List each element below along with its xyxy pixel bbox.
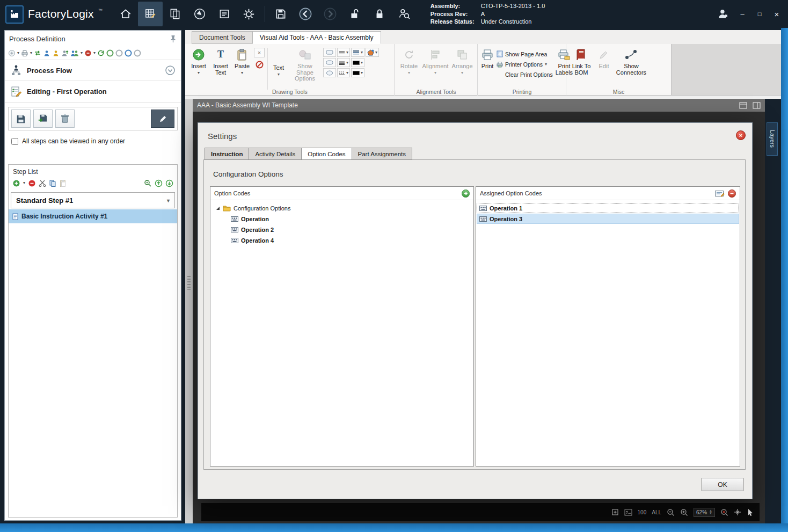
documents-button[interactable] — [163, 2, 187, 26]
pin-icon[interactable] — [170, 34, 177, 43]
find-step-icon[interactable] — [144, 179, 152, 187]
dropdown-arrow-icon[interactable]: ▾ — [93, 51, 96, 55]
edit-codes-icon[interactable] — [715, 189, 725, 198]
process-editor-button[interactable] — [138, 2, 163, 26]
save-button[interactable] — [268, 2, 293, 26]
assigned-code-item[interactable]: Operation 1 — [477, 203, 739, 213]
back-button[interactable] — [293, 2, 318, 26]
clear-print-options-button[interactable]: Clear Print Options — [495, 69, 554, 79]
spinner-arrows-icon[interactable]: ▲▼ — [709, 509, 712, 515]
link-to-bom-button[interactable]: Link To BOM — [568, 46, 594, 84]
audit-search-button[interactable] — [392, 2, 417, 26]
show-connectors-button[interactable]: Show Connectors — [614, 46, 649, 84]
cut-icon[interactable] — [39, 179, 46, 187]
polygon-tool-dropdown[interactable]: ▾ — [366, 48, 379, 57]
move-down-icon[interactable] — [165, 179, 173, 187]
image-preview-icon[interactable] — [624, 508, 632, 516]
tab-part-assignments[interactable]: Part Assignments — [352, 148, 412, 160]
line-color-picker[interactable]: ▾ — [351, 58, 364, 67]
printer-options-button[interactable]: Printer Options ▾ — [495, 59, 554, 69]
copy-icon[interactable] — [49, 179, 56, 187]
close-button[interactable] — [770, 8, 784, 20]
rounded-rectangle-shape-button[interactable] — [323, 58, 336, 67]
add-step-icon[interactable] — [12, 179, 20, 187]
lock-button[interactable] — [367, 2, 392, 26]
dropdown-arrow-icon[interactable]: ▾ — [241, 71, 243, 75]
delete-step-button[interactable] — [55, 110, 75, 128]
select-cursor-icon[interactable] — [747, 508, 754, 516]
activity-item-selected[interactable]: Basic Instruction Activity #1 — [9, 209, 177, 223]
zoom-preset-all[interactable]: ALL — [652, 509, 661, 515]
status-circle-gray-icon[interactable] — [115, 49, 123, 57]
transfer-icon[interactable] — [34, 49, 41, 57]
edit-button[interactable]: Edit — [594, 46, 614, 84]
tree-root-row[interactable]: Configuration Options — [210, 203, 473, 214]
dash-style-dropdown[interactable]: ▾ — [337, 68, 350, 77]
fill-color-picker[interactable]: ▾ — [351, 68, 364, 77]
release-user-icon[interactable] — [52, 49, 60, 57]
line-style-dropdown[interactable]: ▾ — [337, 58, 350, 67]
minimize-button[interactable] — [735, 8, 749, 20]
import-save-button[interactable] — [33, 110, 53, 128]
ellipse-shape-button[interactable] — [323, 68, 336, 77]
expand-circle-icon[interactable] — [165, 66, 176, 75]
rotate-button[interactable]: Rotate ▾ — [397, 46, 421, 84]
user-logout-icon[interactable] — [714, 5, 732, 23]
checkout-user-icon[interactable] — [61, 49, 69, 57]
dropdown-arrow-icon[interactable]: ▾ — [198, 71, 200, 75]
zoom-in-icon[interactable] — [680, 508, 688, 516]
paste-icon[interactable] — [59, 179, 67, 187]
navigator-button[interactable] — [187, 2, 212, 26]
dropdown-arrow-icon[interactable]: ▾ — [434, 71, 436, 75]
print-button[interactable]: Print — [480, 46, 495, 84]
edit-mode-button[interactable] — [151, 110, 174, 128]
save-step-button[interactable] — [11, 110, 31, 128]
tab-document-tools[interactable]: Document Tools — [192, 31, 253, 44]
rectangle-shape-button[interactable] — [323, 48, 336, 57]
line-weight-dropdown[interactable]: ▾ — [337, 48, 350, 57]
print-process-icon[interactable] — [21, 49, 28, 57]
dropdown-arrow-icon[interactable]: ▾ — [545, 62, 547, 67]
tab-instruction[interactable]: Instruction — [205, 148, 249, 160]
remove-assigned-code-icon[interactable] — [728, 190, 736, 198]
dropdown-arrow-icon[interactable]: ▾ — [81, 51, 83, 55]
layers-tab[interactable]: Layers — [767, 122, 778, 156]
team-icon[interactable] — [70, 49, 79, 57]
pan-cursor-icon[interactable] — [734, 508, 741, 516]
zoom-reset-icon[interactable] — [720, 508, 728, 516]
tab-activity-details[interactable]: Activity Details — [249, 148, 302, 160]
ok-button[interactable]: OK — [702, 478, 743, 491]
dock-panel-icon[interactable] — [753, 101, 761, 110]
process-flow-section[interactable]: Process Flow — [5, 60, 181, 81]
chevron-down-icon[interactable]: ▾ — [167, 198, 170, 203]
settings-gear-button[interactable] — [237, 2, 261, 26]
dropdown-arrow-icon[interactable]: ▾ — [278, 72, 280, 77]
unlock-button[interactable] — [342, 2, 367, 26]
dialog-close-icon[interactable] — [736, 130, 746, 140]
move-up-icon[interactable] — [155, 179, 163, 187]
dropdown-arrow-icon[interactable]: ▾ — [23, 181, 25, 185]
stack-order-dropdown[interactable]: ▾ — [351, 48, 364, 57]
forward-button[interactable] — [318, 2, 342, 26]
dropdown-arrow-icon[interactable]: ▾ — [17, 51, 19, 55]
tab-option-codes[interactable]: Option Codes — [301, 148, 352, 160]
arrange-button[interactable]: Arrange ▾ — [449, 46, 475, 84]
dropdown-arrow-icon[interactable]: ▾ — [461, 71, 463, 75]
show-page-area-button[interactable]: Show Page Area — [495, 49, 554, 59]
reports-button[interactable] — [212, 2, 237, 26]
disable-shape-icon[interactable] — [254, 60, 265, 69]
refresh-icon[interactable] — [97, 49, 105, 57]
insert-button[interactable]: Insert ▾ — [187, 46, 210, 84]
insert-text-button[interactable]: Insert Text — [210, 46, 231, 84]
assigned-code-item-selected[interactable]: Operation 3 — [477, 214, 739, 224]
show-shape-options-button[interactable]: Show Shape Options — [288, 46, 322, 84]
home-button[interactable] — [113, 2, 138, 26]
remove-icon[interactable] — [84, 49, 92, 57]
zoom-out-icon[interactable] — [667, 508, 675, 516]
fit-page-icon[interactable] — [611, 508, 619, 516]
float-panel-icon[interactable] — [739, 101, 747, 110]
assign-option-code-icon[interactable] — [462, 190, 470, 198]
tab-visual-aid-tools[interactable]: Visual Aid Tools - AAA - Basic Assembly — [252, 31, 381, 44]
alignment-button[interactable]: Alignment ▾ — [421, 46, 449, 84]
status-circle-gray2-icon[interactable] — [134, 49, 141, 57]
